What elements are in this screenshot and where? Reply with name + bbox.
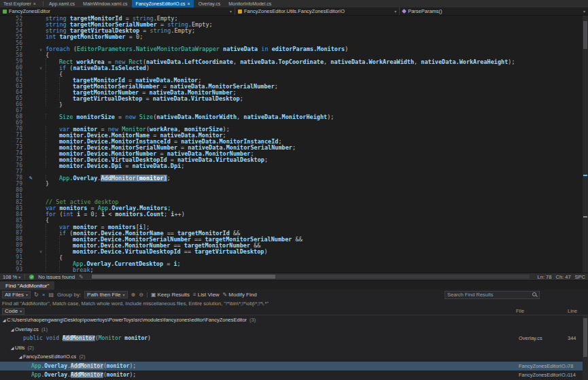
copy-results-icon[interactable]: ▤	[48, 292, 54, 298]
code-line[interactable]: 69	[0, 120, 588, 126]
code-line[interactable]: 92App.Overlay.CurrentDesktop = i;	[0, 260, 588, 266]
result-group-row[interactable]: ◢Utils(2)	[0, 343, 588, 353]
line-number[interactable]: 65	[0, 95, 26, 101]
code-line[interactable]: 78✎App.Overlay.AddMonitor(monitor);	[0, 175, 588, 181]
expand-triangle-icon[interactable]: ◢	[10, 345, 15, 350]
document-tab[interactable]: MonitorInfoModel.cs	[225, 0, 275, 7]
line-number[interactable]: 85	[0, 218, 26, 224]
collapse-all-icon[interactable]: ⊖	[139, 292, 143, 298]
code-line[interactable]: 79}	[0, 181, 588, 187]
document-tab[interactable]: App.xaml.cs	[46, 0, 78, 7]
code-line[interactable]: 75monitor.Device.VirtualDesktopId = nati…	[0, 156, 588, 162]
line-number[interactable]: 67	[0, 107, 26, 114]
expand-all-icon[interactable]: ⊕	[131, 292, 136, 298]
line-number[interactable]: 87	[0, 230, 26, 236]
code-line[interactable]: 87if (monitor.Device.MonitorName == targ…	[0, 230, 588, 236]
project-dropdown[interactable]: FancyZonesEditor ▾	[0, 7, 235, 15]
expand-triangle-icon[interactable]: ◢	[1, 317, 7, 322]
health-check-icon[interactable]: ✓	[29, 275, 34, 279]
code-line[interactable]: 88monitor.Device.MonitorSerialNumber == …	[0, 236, 588, 242]
code-line[interactable]: 66}	[0, 101, 588, 107]
line-number[interactable]: 90	[0, 248, 26, 254]
tab-close-icon[interactable]: ×	[33, 1, 36, 6]
code-line[interactable]: 60∨if (nativeData.IsSelected)	[0, 65, 588, 71]
line-number[interactable]: 88	[0, 236, 26, 242]
column-header-line[interactable]: Line	[568, 308, 583, 314]
line-number[interactable]: 79	[0, 181, 26, 187]
code-line[interactable]: 73monitor.Device.MonitorSerialNumber = n…	[0, 144, 588, 150]
line-number[interactable]: 82	[0, 199, 26, 205]
line-number[interactable]: 70	[0, 126, 26, 132]
code-line[interactable]: 61{	[0, 71, 588, 77]
code-cleanup-icon[interactable]: ✎	[79, 274, 84, 280]
code-line[interactable]: 55int targetMonitorNumber = 0;	[0, 34, 588, 40]
content-filter-dropdown[interactable]: Code ▾	[2, 308, 24, 315]
stop-icon[interactable]: ×	[42, 292, 46, 298]
line-number[interactable]: 83	[0, 205, 26, 211]
code-line[interactable]: 63targetMonitorSerialNumber = nativeData…	[0, 83, 588, 89]
document-tab[interactable]: MainWindow.xaml.cs	[80, 0, 131, 7]
line-number[interactable]: 54	[0, 28, 26, 34]
line-number[interactable]: 56	[0, 40, 26, 46]
line-number[interactable]: 93	[0, 266, 26, 273]
line-number[interactable]: 91	[0, 254, 26, 260]
code-line[interactable]: 80	[0, 187, 588, 193]
line-number[interactable]: 81	[0, 193, 26, 199]
line-number[interactable]: 92	[0, 260, 26, 266]
fold-chevron-icon[interactable]: ∨	[36, 46, 46, 52]
code-line[interactable]: 67	[0, 107, 588, 114]
member-dropdown[interactable]: ParseParams() ▾	[400, 7, 588, 15]
group-by-dropdown[interactable]: Path then File ▾	[84, 291, 127, 298]
expand-triangle-icon[interactable]: ◢	[10, 327, 15, 332]
code-editor[interactable]: 52string targetMonitorId = string.Empty;…	[0, 16, 588, 273]
line-number[interactable]: 64	[0, 89, 26, 95]
space-mode-indicator[interactable]: SPC	[575, 274, 585, 280]
result-group-row[interactable]: ◢C:\Users\zhaopengwang\Desktop\powertoys…	[0, 315, 588, 325]
scope-dropdown[interactable]: All Files ▾	[2, 291, 31, 298]
document-tab[interactable]: Overlay.cs	[195, 0, 224, 7]
code-line[interactable]: 84for (int i = 0; i < monitors.Count; i+…	[0, 211, 588, 218]
code-line[interactable]: 91{	[0, 254, 588, 260]
scrollbar-thumb[interactable]	[583, 318, 587, 357]
fold-chevron-icon[interactable]: ∨	[36, 248, 46, 254]
line-number[interactable]: 77	[0, 169, 26, 175]
keep-results-button[interactable]: ▣ Keep Results	[151, 292, 190, 298]
code-line[interactable]: 71monitor.Device.MonitorName = nativeDat…	[0, 132, 588, 138]
result-match-row[interactable]: App.Overlay.AddMonitor(monitor);FancyZon…	[0, 362, 588, 371]
scrollbar-thumb[interactable]	[583, 21, 587, 50]
code-line[interactable]: 59Rect workArea = new Rect(nativeData.Le…	[0, 58, 588, 65]
expand-triangle-icon[interactable]: ◢	[18, 354, 23, 359]
code-line[interactable]: 72monitor.Device.MonitorInstanceId = nat…	[0, 138, 588, 144]
search-find-results-input[interactable]	[447, 292, 531, 298]
line-number[interactable]: 84	[0, 211, 26, 218]
line-number[interactable]: 62	[0, 77, 26, 83]
line-number[interactable]: 57	[0, 46, 26, 52]
line-number[interactable]: 60	[0, 65, 26, 71]
zoom-control[interactable]: 108 % ▾	[3, 274, 20, 280]
line-number[interactable]: 75	[0, 156, 26, 162]
refresh-icon[interactable]: ↻	[34, 292, 39, 298]
code-line[interactable]: 62targetMonitorId = nativeData.Monitor;	[0, 77, 588, 83]
line-number[interactable]: 58	[0, 52, 26, 58]
line-number[interactable]: 74	[0, 150, 26, 156]
type-dropdown[interactable]: FancyZonesEditor.Utils.FancyZonesEditorI…	[235, 7, 400, 15]
code-line[interactable]: 58{	[0, 52, 588, 58]
line-number[interactable]: 66	[0, 101, 26, 107]
code-line[interactable]: 86var monitor = monitors[i];	[0, 224, 588, 230]
line-number[interactable]: 71	[0, 132, 26, 138]
editor-horizontal-scrollbar[interactable]	[92, 275, 530, 279]
result-group-row[interactable]: ◢Overlay.cs(1)	[0, 325, 588, 334]
line-number[interactable]: 72	[0, 138, 26, 144]
code-line[interactable]: 76monitor.Device.Dpi = nativeData.Dpi;	[0, 162, 588, 169]
line-number[interactable]: 76	[0, 162, 26, 169]
find-results-tab[interactable]: Find "AddMonitor"	[0, 281, 54, 290]
column-header-file[interactable]: File	[516, 308, 565, 314]
line-number[interactable]: 55	[0, 34, 26, 40]
code-line[interactable]: 89monitor.Device.MonitorNumber == target…	[0, 242, 588, 248]
code-line[interactable]: 65targetVirtualDesktop = nativeData.Virt…	[0, 95, 588, 101]
line-number[interactable]: 52	[0, 16, 26, 22]
list-view-button[interactable]: ≡ List View	[193, 292, 220, 298]
line-number[interactable]: 69	[0, 120, 26, 126]
modify-find-button[interactable]: ✎ Modify Find	[223, 292, 257, 298]
fold-chevron-icon[interactable]: ∨	[36, 65, 46, 71]
